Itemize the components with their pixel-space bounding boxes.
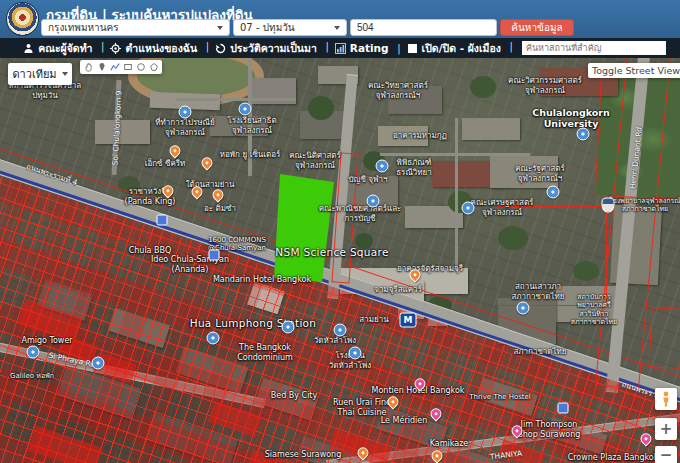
zoom-out-button[interactable]: − xyxy=(655,446,677,463)
poi-marker[interactable] xyxy=(517,302,530,315)
map-place-label: Chula BBQ xyxy=(129,246,172,256)
building xyxy=(470,76,496,98)
map-place-label: Jim ThompsonShop Surawong xyxy=(518,420,581,439)
chevron-down-icon xyxy=(62,72,68,76)
map-place-label: Galileo หอพัก xyxy=(10,372,54,380)
cadastral-parcel-outline xyxy=(648,307,680,369)
map-type-label: ดาวเทียม xyxy=(12,65,56,83)
poi-marker[interactable] xyxy=(349,347,362,360)
parcel-number-input[interactable] xyxy=(350,19,497,36)
menu-item-label: ประวัติความเป็นมา xyxy=(230,40,317,57)
map-place-label: โรงเรียนสาธิตจุฬาลงกรณ์ xyxy=(227,116,276,135)
checkbox-icon[interactable] xyxy=(407,43,418,54)
poi-marker[interactable] xyxy=(239,103,252,116)
campus-path xyxy=(455,118,458,268)
poi-marker[interactable] xyxy=(27,346,40,359)
map-place-label: บัญชี จุฬาฯ xyxy=(348,175,387,185)
province-select[interactable]: กรุงเทพมหานคร xyxy=(41,19,230,36)
poi-marker[interactable] xyxy=(462,202,475,215)
map-place-label: คณะเศรษฐศาสตร์จุฬาลงกรณ์ xyxy=(471,198,534,217)
menu-item-history[interactable]: ประวัติความเป็นมา xyxy=(206,40,326,57)
chevron-down-icon xyxy=(334,26,340,30)
map-place-label: Siamese Surawong xyxy=(265,450,341,460)
map-place-label: Mandarin Hotel Bangkok xyxy=(213,275,311,285)
map-place-label: Ruen Urai FineThai Cuisine xyxy=(333,398,391,417)
draw-rectangle-icon[interactable] xyxy=(123,62,133,72)
transit-stop-icon[interactable] xyxy=(209,250,220,261)
department-logo xyxy=(6,2,39,36)
building xyxy=(308,96,334,120)
map-place-label: โรงพยาบาลจุฬาลงกรณ์สภากาชาดไทย xyxy=(609,197,680,214)
map-place-label: ChulalongkornUniversity xyxy=(532,107,610,130)
my-location-icon xyxy=(110,43,121,54)
draw-circle-icon[interactable] xyxy=(136,62,146,72)
poi-marker[interactable] xyxy=(547,186,560,199)
toggle-street-view-button[interactable]: Toggle Street View xyxy=(588,63,680,78)
menu-item-label: เปิด/ปิด - ผังเมือง xyxy=(422,40,501,57)
poi-marker[interactable] xyxy=(367,195,380,208)
map-place-label: พิพิธภัณฑ์ธรณีวิทยา xyxy=(396,158,432,177)
poi-marker[interactable] xyxy=(334,324,347,337)
map-place-label: สามย่าน xyxy=(359,315,388,325)
history-icon xyxy=(215,43,226,54)
chevron-down-icon xyxy=(217,26,223,30)
menu-bar: คณะผู้จัดทำ ตำแหน่งของฉัน ประวัติความเป็… xyxy=(0,38,680,58)
map-place-label: คณะพาณิชยศาสตร์และการบัญชี xyxy=(319,204,402,223)
menu-item-label: Rating xyxy=(350,42,389,54)
poi-marker[interactable] xyxy=(282,321,295,334)
draw-polyline-icon[interactable] xyxy=(110,62,120,72)
map-place-label: คณะวิศวกรรมศาสตร์จุฬาลงกรณ์ xyxy=(508,76,582,95)
drawing-toolbar xyxy=(80,60,162,74)
menu-item-label: ตำแหน่งของฉัน xyxy=(125,40,197,57)
map-place-label: Thrive The Hostel xyxy=(469,393,531,401)
pan-hand-icon[interactable] xyxy=(84,62,94,72)
menu-item-my-location[interactable]: ตำแหน่งของฉัน xyxy=(101,40,206,57)
poi-marker[interactable] xyxy=(577,128,590,141)
draw-marker-icon[interactable] xyxy=(97,62,107,72)
route-shield-icon xyxy=(602,198,615,213)
menu-item-rating[interactable]: Rating xyxy=(326,42,398,54)
map-place-label: อะ ติ่มซำ xyxy=(204,204,236,214)
poi-marker[interactable] xyxy=(376,160,389,173)
place-search-input[interactable] xyxy=(522,41,666,55)
map-place-label: Bed By City xyxy=(271,391,317,401)
building xyxy=(462,118,520,140)
map-place-label: คณะวิทยาศาสตร์จุฬาลงกรณ์ฯ xyxy=(368,81,428,100)
poi-marker[interactable] xyxy=(179,106,192,119)
draw-polygon-icon[interactable] xyxy=(149,62,159,72)
map-place-label: วัดหัวลำโพง xyxy=(314,336,356,346)
person-icon xyxy=(23,43,34,54)
map-place-label: Kamikaze xyxy=(430,439,469,449)
map-canvas[interactable]: สถานีตำรวจนครบาลปทุมวันที่ทำการไปรษณีย์จ… xyxy=(0,58,680,463)
map-place-label: อาคารมหามกุฏ xyxy=(393,131,447,141)
building xyxy=(95,120,150,144)
menu-item-team[interactable]: คณะผู้จัดทำ xyxy=(14,40,101,57)
app-header: กรมที่ดิน | ระบบค้นหารูปแปลงที่ดิน กรุงเ… xyxy=(0,0,680,38)
zoom-in-button[interactable]: + xyxy=(655,418,677,440)
map-place-label: ที่ทำการไปรษณีย์จุฬาลงกรณ์ xyxy=(155,118,214,137)
map-place-label: NSM Science Square xyxy=(275,246,388,259)
map-place-label: สถานเสาวภาสภากาชาดไทย xyxy=(511,282,564,301)
district-select[interactable]: 07 - ปทุมวัน xyxy=(233,19,347,36)
map-place-label: อาคารจัตุรัสจามจุรี xyxy=(397,264,463,274)
poi-marker[interactable] xyxy=(92,357,105,370)
map-place-label: Amigo Tower xyxy=(21,336,72,346)
poi-marker[interactable] xyxy=(207,332,220,345)
transit-stop-icon[interactable] xyxy=(558,403,569,414)
pegman-icon xyxy=(660,391,672,407)
map-place-label: The BangkokCondominium xyxy=(237,343,293,362)
map-type-button[interactable]: ดาวเทียม xyxy=(8,63,72,85)
transit-stop-icon[interactable] xyxy=(157,215,168,226)
map-place-label: จามจุรีสแควร์ xyxy=(374,285,422,295)
map-place-label: Hua Lumphong Station xyxy=(190,317,317,330)
map-place-label: คณะรัฐศาสตร์จุฬาลงกรณ์ฯ xyxy=(515,164,565,183)
pegman-control[interactable] xyxy=(655,388,677,410)
mrt-station-icon[interactable]: M xyxy=(400,313,417,328)
map-place-label: หอพัก ยู เซ็นเตอร์ xyxy=(220,150,281,160)
map-place-label: เอ็กซ์ ซีครีท xyxy=(145,159,186,169)
campus-path xyxy=(176,98,296,101)
campus-path xyxy=(380,153,530,156)
search-data-button[interactable]: ค้นหาข้อมูล xyxy=(500,19,574,36)
map-place-label: คณะนิติศาสตร์จุฬาลงกรณ์ xyxy=(289,151,341,170)
menu-item-cityplan-toggle[interactable]: เปิด/ปิด - ผังเมือง xyxy=(398,40,510,57)
